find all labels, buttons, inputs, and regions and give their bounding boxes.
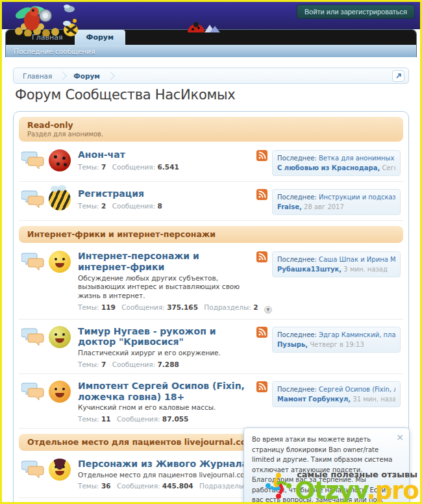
- last-post-time: Четверг в 19:13: [310, 341, 364, 348]
- rss-icon[interactable]: [256, 381, 267, 392]
- category-title: Интернет-фрики и интернет-персонажи: [27, 229, 395, 239]
- last-post-box: Последнее: Саша Шпак и Ирина Мещан... Ру…: [272, 251, 401, 277]
- forum-title-link[interactable]: Персонажи из Живого Журнала: [78, 459, 251, 470]
- forum-row: Импотент Сергей Осипов (Fixin, ложечка г…: [19, 374, 403, 429]
- site-banner: Войти или зарегистрироваться: [2, 2, 420, 29]
- forum-row: Анон-чат Темы: 7 Сообщения: 6.541 Послед…: [19, 143, 403, 182]
- otzyv-logo-icon: [264, 471, 293, 501]
- last-post-column: Последнее: Сергей Осипов (Fixin, лож... …: [256, 381, 401, 423]
- page-title: Форум Сообщества НасИкомых: [15, 87, 235, 103]
- forum-stats: Темы: 2 Сообщения: 8: [78, 202, 251, 210]
- speech-bubbles-icon: [21, 149, 49, 176]
- forum-info: Импотент Сергей Осипов (Fixin, ложечка г…: [78, 381, 256, 423]
- orange-smiley-icon: [49, 381, 71, 403]
- ladybug-icon: [49, 149, 71, 171]
- forum-title-link[interactable]: Импотент Сергей Осипов (Fixin, ложечка г…: [78, 381, 251, 403]
- last-post-column: Последнее: Эдгар Каминский, пластич.. Пу…: [256, 326, 401, 368]
- forum-row: Регистрация Темы: 2 Сообщения: 8 Последн…: [19, 182, 403, 221]
- category-title: Read-only: [27, 120, 395, 130]
- watermark-text: самые полезные отзывы Otzyv.pro: [295, 470, 419, 502]
- last-post-topic-link[interactable]: Эдгар Каминский, пластич..: [319, 331, 395, 338]
- forum-stats: Темы: 11 Сообщения: 87.055: [78, 415, 251, 423]
- rss-icon[interactable]: [256, 251, 267, 262]
- green-smiley-icon: [49, 326, 71, 348]
- last-post-topic-link[interactable]: Инструкции и подсказки: [319, 194, 395, 201]
- forum-title-link[interactable]: Интернет-персонажи и интернет-фрики: [78, 251, 251, 273]
- forum-stats: Темы: 119 Сообщения: 375.165 Подразделы:…: [78, 303, 251, 314]
- crazy-smiley-icon: [49, 251, 71, 273]
- last-post-box: Последнее: Сергей Осипов (Fixin, лож... …: [272, 381, 401, 407]
- otzyv-watermark: самые полезные отзывы Otzyv.pro: [264, 470, 419, 502]
- forum-stats: Темы: 7 Сообщения: 6.541: [78, 163, 251, 171]
- last-post-time: 28 авг 2017: [304, 203, 344, 210]
- forum-info: Регистрация Темы: 2 Сообщения: 8: [78, 188, 256, 215]
- forum-title-link[interactable]: Регистрация: [78, 188, 251, 199]
- forum-stats: Темы: 36 Сообщения: 445.804 Подразделы: …: [78, 482, 251, 492]
- speech-bubbles-icon: [21, 326, 49, 368]
- forum-info: Персонажи из Живого Журнала Отдельное ме…: [78, 459, 256, 492]
- last-post-user-link[interactable]: С любовью из Краснодара,: [277, 164, 380, 171]
- latest-posts-link[interactable]: Последние сообщения: [14, 47, 95, 55]
- speech-bubbles-icon: [21, 251, 49, 314]
- bee-icon: [49, 188, 71, 210]
- breadcrumb: Главная Форум: [13, 68, 409, 84]
- open-quick-navigation-button[interactable]: [392, 70, 404, 82]
- banner-mascots-graphic: [5, 3, 238, 36]
- rss-icon[interactable]: [256, 150, 267, 161]
- login-register-button[interactable]: Войти или зарегистрироваться: [297, 5, 415, 19]
- forum-title-link[interactable]: Тимур Нугаев - рукожоп и доктор "Кривоси…: [78, 326, 251, 348]
- forum-description: Обсуждение любых других субъектов, вызыв…: [78, 274, 251, 301]
- forum-description: Пластический хирург и его окружение.: [78, 349, 251, 358]
- last-post-column: Последнее: Саша Шпак и Ирина Мещан... Ру…: [256, 251, 401, 314]
- arrow-up-right-icon: [395, 73, 402, 79]
- rss-icon[interactable]: [256, 189, 267, 200]
- last-post-time: 31 мин. назад: [353, 396, 395, 403]
- last-post-user-link[interactable]: Мамонт Горбункул,: [277, 396, 351, 403]
- close-icon[interactable]: ×: [396, 431, 404, 445]
- last-post-user-link[interactable]: Пузырь,: [277, 341, 308, 348]
- rss-icon[interactable]: [256, 327, 267, 338]
- last-post-user-link[interactable]: Рубашка13штук,: [277, 266, 341, 273]
- girl-smiley-icon: [49, 459, 71, 481]
- breadcrumb-forum[interactable]: Форум: [68, 72, 108, 80]
- forum-stats: Темы: 7 Сообщения: 7.288: [78, 360, 251, 368]
- last-post-topic-link[interactable]: Ветка для анонимных инса...: [319, 155, 395, 162]
- last-post-topic-link[interactable]: Саша Шпак и Ирина Мещан...: [319, 256, 395, 263]
- last-post-column: Последнее: Ветка для анонимных инса... С…: [256, 149, 401, 176]
- forum-row: Тимур Нугаев - рукожоп и доктор "Кривоси…: [19, 320, 403, 374]
- category-header-read-only: Read-only Раздел для анонимов.: [19, 117, 403, 142]
- last-post-box: Последнее: Эдгар Каминский, пластич.. Пу…: [272, 327, 401, 353]
- last-post-user-link[interactable]: Fraise,: [277, 203, 302, 210]
- breadcrumb-home[interactable]: Главная: [18, 72, 60, 80]
- last-post-topic-link[interactable]: Сергей Осипов (Fixin, лож...: [319, 386, 395, 393]
- forum-page: Войти или зарегистрироваться Главная Фор…: [0, 0, 422, 504]
- forum-description: Отдельное место для пациентов livejourna…: [78, 471, 251, 480]
- category-subtitle: Раздел для анонимов.: [27, 131, 395, 138]
- speech-bubbles-icon: [21, 459, 49, 492]
- watermark-brand: Otzyv.pro: [295, 479, 419, 502]
- chevron-right-icon: [106, 71, 115, 80]
- chevron-right-icon: [58, 71, 67, 80]
- speech-bubbles-icon: [21, 381, 49, 423]
- forum-info: Тимур Нугаев - рукожоп и доктор "Кривоси…: [78, 326, 256, 368]
- last-post-time: 3 мин. назад: [343, 266, 388, 273]
- speech-bubbles-icon: [21, 188, 49, 215]
- last-post-box: Последнее: Ветка для анонимных инса... С…: [272, 150, 401, 176]
- forum-info: Анон-чат Темы: 7 Сообщения: 6.541: [78, 149, 256, 176]
- forum-info: Интернет-персонажи и интернет-фрики Обсу…: [78, 251, 256, 314]
- forum-row: Интернет-персонажи и интернет-фрики Обсу…: [19, 244, 403, 320]
- last-post-time: Сегодня, в 18:1: [382, 164, 395, 171]
- forum-description: Кучинский гном и его каловые массы.: [78, 403, 251, 412]
- sub-navigation: Последние сообщения: [6, 45, 416, 57]
- forum-title-link[interactable]: Анон-чат: [78, 149, 251, 160]
- category-header-internet-freaks: Интернет-фрики и интернет-персонажи: [19, 226, 403, 243]
- last-post-column: Последнее: Инструкции и подсказки Fraise…: [256, 188, 401, 215]
- last-post-box: Последнее: Инструкции и подсказки Fraise…: [272, 189, 401, 215]
